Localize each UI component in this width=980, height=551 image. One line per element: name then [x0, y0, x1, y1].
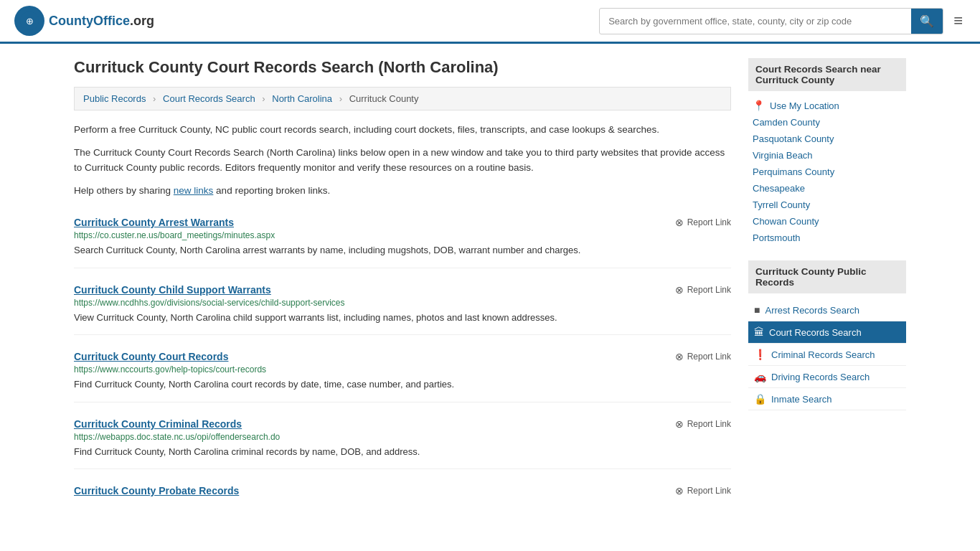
sidebar-nav-court[interactable]: 🏛 Court Records Search [748, 321, 906, 344]
sidebar-nearby-5[interactable]: Tyrrell County [748, 197, 906, 213]
result-item: Currituck County Criminal Records ⊗ Repo… [74, 418, 731, 470]
report-link-3[interactable]: ⊗ Report Link [675, 418, 731, 430]
report-link-1[interactable]: ⊗ Report Link [675, 284, 731, 296]
result-title-4[interactable]: Currituck County Probate Records [74, 485, 239, 496]
public-records-heading: Currituck County Public Records [748, 260, 906, 293]
result-title-0[interactable]: Currituck County Arrest Warrants [74, 217, 234, 228]
report-link-2[interactable]: ⊗ Report Link [675, 351, 731, 362]
logo-text: CountyOffice.org [49, 14, 154, 29]
nearby-section: Court Records Search near Currituck Coun… [748, 58, 906, 246]
sidebar-nav-inmate[interactable]: 🔒 Inmate Search [748, 388, 906, 410]
header-right: 🔍 ≡ [599, 8, 966, 34]
result-title-3[interactable]: Currituck County Criminal Records [74, 418, 242, 430]
result-item: Currituck County Probate Records ⊗ Repor… [74, 485, 731, 509]
report-icon-4: ⊗ [675, 485, 684, 496]
sidebar-nearby-7[interactable]: Portsmouth [748, 230, 906, 246]
report-link-0[interactable]: ⊗ Report Link [675, 217, 731, 228]
result-desc-3: Find Currituck County, North Carolina cr… [74, 445, 731, 459]
report-icon-3: ⊗ [675, 418, 684, 430]
sidebar-nav-arrest[interactable]: ■ Arrest Records Search [748, 299, 906, 321]
arrest-icon: ■ [754, 304, 760, 316]
hamburger-menu-icon[interactable]: ≡ [951, 9, 966, 33]
sidebar-nearby-0[interactable]: Camden County [748, 114, 906, 131]
report-link-4[interactable]: ⊗ Report Link [675, 485, 731, 496]
location-icon: 📍 [753, 100, 765, 111]
report-icon-1: ⊗ [675, 284, 684, 296]
result-item: Currituck County Court Records ⊗ Report … [74, 351, 731, 402]
sidebar-nearby-2[interactable]: Virginia Beach [748, 147, 906, 164]
result-item: Currituck County Child Support Warrants … [74, 284, 731, 336]
result-desc-2: Find Currituck County, North Carolina co… [74, 377, 731, 392]
criminal-icon: ❗ [754, 349, 766, 360]
sidebar-nav-criminal[interactable]: ❗ Criminal Records Search [748, 344, 906, 366]
report-icon-0: ⊗ [675, 217, 684, 228]
report-icon-2: ⊗ [675, 351, 684, 362]
sidebar-nearby-6[interactable]: Chowan County [748, 213, 906, 230]
breadcrumb-court-records[interactable]: Court Records Search [163, 93, 255, 104]
result-title-2[interactable]: Currituck County Court Records [74, 351, 228, 362]
breadcrumb-currituck: Currituck County [349, 93, 419, 104]
page-title: Currituck County Court Records Search (N… [74, 58, 731, 77]
sidebar-nav-driving[interactable]: 🚗 Driving Records Search [748, 366, 906, 388]
result-url-0[interactable]: https://co.custer.ne.us/board_meetings/m… [74, 230, 731, 240]
result-desc-1: View Currituck County, North Carolina ch… [74, 311, 731, 325]
sidebar-nearby-3[interactable]: Perquimans County [748, 164, 906, 180]
court-icon: 🏛 [754, 326, 764, 338]
result-url-2[interactable]: https://www.nccourts.gov/help-topics/cou… [74, 364, 731, 375]
search-bar: 🔍 [599, 8, 943, 34]
main-container: Currituck County Court Records Search (N… [60, 44, 920, 539]
search-input[interactable] [600, 10, 911, 32]
nearby-heading: Court Records Search near Currituck Coun… [748, 58, 906, 91]
content-area: Currituck County Court Records Search (N… [74, 58, 731, 524]
site-header: ⊕ CountyOffice.org 🔍 ≡ [0, 0, 980, 44]
search-button[interactable]: 🔍 [911, 9, 943, 34]
result-item: Currituck County Arrest Warrants ⊗ Repor… [74, 217, 731, 268]
use-my-location-link[interactable]: 📍 Use My Location [748, 97, 906, 114]
result-desc-0: Search Currituck County, North Carolina … [74, 243, 731, 258]
logo-icon: ⊕ [14, 6, 44, 36]
breadcrumb: Public Records › Court Records Search › … [74, 87, 731, 110]
result-url-1[interactable]: https://www.ncdhhs.gov/divisions/social-… [74, 298, 731, 308]
driving-icon: 🚗 [754, 371, 766, 382]
description-1: Perform a free Currituck County, NC publ… [74, 122, 731, 138]
sidebar: Court Records Search near Currituck Coun… [748, 58, 906, 524]
sidebar-nearby-1[interactable]: Pasquotank County [748, 131, 906, 147]
breadcrumb-public-records[interactable]: Public Records [83, 93, 146, 104]
new-links-link[interactable]: new links [174, 185, 214, 196]
result-title-1[interactable]: Currituck County Child Support Warrants [74, 284, 271, 296]
breadcrumb-north-carolina[interactable]: North Carolina [272, 93, 332, 104]
description-3: Help others by sharing new links and rep… [74, 183, 731, 199]
logo[interactable]: ⊕ CountyOffice.org [14, 6, 154, 36]
inmate-icon: 🔒 [754, 393, 766, 405]
sidebar-nearby-4[interactable]: Chesapeake [748, 180, 906, 197]
description-2: The Currituck County Court Records Searc… [74, 145, 731, 176]
result-url-3[interactable]: https://webapps.doc.state.nc.us/opi/offe… [74, 432, 731, 442]
svg-text:⊕: ⊕ [26, 16, 34, 27]
public-records-section: Currituck County Public Records ■ Arrest… [748, 260, 906, 410]
